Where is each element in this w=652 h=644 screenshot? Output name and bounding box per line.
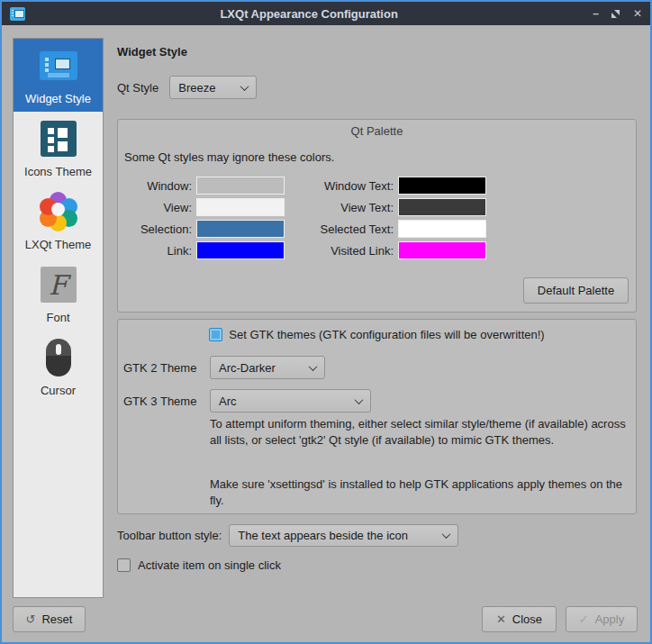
qt-palette-group: Qt Palette Some Qt styles may ignore the… — [117, 119, 637, 313]
chevron-down-icon — [240, 82, 249, 91]
toolbar-style-value: The text appears beside the icon — [238, 529, 408, 542]
reset-button[interactable]: ↺ Reset — [13, 606, 86, 632]
view-color-swatch[interactable] — [196, 198, 285, 216]
selected-text-color-swatch[interactable] — [398, 220, 486, 238]
sidebar-item-label: Widget Style — [25, 92, 91, 105]
check-icon: ✓ — [579, 612, 589, 626]
sidebar-item-widget-style[interactable]: Widget Style — [14, 39, 103, 112]
palette-label: View Text: — [289, 201, 394, 214]
page-title: Widget Style — [117, 45, 187, 59]
qt-style-value: Breeze — [178, 81, 215, 95]
undo-icon: ↺ — [26, 612, 36, 626]
palette-label: Selection: — [123, 222, 192, 236]
sidebar-item-font[interactable]: F Font — [14, 258, 103, 331]
window-color-swatch[interactable] — [196, 177, 285, 195]
button-box: ↺ Reset ✕ Close ✓ Apply — [13, 606, 638, 632]
single-click-label: Activate item on single click — [138, 558, 281, 572]
qt-style-label: Qt Style — [117, 81, 158, 95]
chevron-down-icon — [442, 530, 451, 539]
toolbar-style-select[interactable]: The text appears beside the icon — [229, 524, 458, 547]
palette-label: Visited Link: — [289, 244, 394, 258]
app-icon — [10, 7, 25, 21]
palette-note: Some Qt styles may ignore these colors. — [124, 150, 334, 164]
qt-style-select[interactable]: Breeze — [169, 76, 257, 99]
qt-palette-title: Qt Palette — [118, 124, 636, 138]
single-click-checkbox[interactable] — [117, 558, 131, 572]
visited-link-color-swatch[interactable] — [398, 241, 486, 259]
window-text-color-swatch[interactable] — [398, 177, 486, 195]
view-text-color-swatch[interactable] — [398, 198, 486, 216]
chevron-down-icon — [355, 395, 364, 404]
titlebar: LXQt Appearance Configuration – ✕ — [2, 2, 650, 25]
set-gtk-themes-label: Set GTK themes (GTK configuration files … — [229, 328, 544, 341]
category-sidebar: Widget Style Icons Theme LXQt Th — [13, 38, 104, 598]
cursor-icon — [46, 339, 71, 376]
close-icon[interactable]: ✕ — [633, 8, 642, 19]
sidebar-item-label: Cursor — [41, 384, 76, 397]
close-button[interactable]: ✕ Close — [482, 606, 557, 632]
widget-style-icon — [40, 51, 77, 80]
gtk2-theme-label: GTK 2 Theme — [123, 361, 210, 375]
font-icon: F — [41, 267, 77, 303]
gtk2-theme-select[interactable]: Arc-Darker — [210, 356, 325, 379]
set-gtk-themes-checkbox[interactable] — [209, 328, 222, 341]
link-color-swatch[interactable] — [196, 241, 285, 259]
widget-style-panel: Widget Style Qt Style Breeze Qt Palette … — [117, 36, 637, 598]
palette-label: Link: — [123, 244, 192, 258]
lxqt-appearance-window: LXQt Appearance Configuration – ✕ Widget… — [0, 0, 652, 644]
palette-label: View: — [123, 201, 192, 214]
sidebar-item-cursor[interactable]: Cursor — [14, 331, 103, 404]
close-x-icon: ✕ — [496, 612, 506, 626]
gtk2-theme-value: Arc-Darker — [219, 361, 276, 375]
icons-theme-icon — [41, 121, 77, 157]
selection-color-swatch[interactable] — [196, 220, 285, 238]
sidebar-item-label: Icons Theme — [24, 165, 92, 178]
window-title: LXQt Appearance Configuration — [25, 7, 593, 21]
palette-label: Selected Text: — [289, 222, 394, 236]
toolbar-style-label: Toolbar button style: — [117, 529, 222, 542]
palette-label: Window: — [123, 179, 192, 193]
sidebar-item-label: Font — [46, 311, 69, 324]
lxqt-theme-icon — [39, 192, 78, 231]
sidebar-item-icons-theme[interactable]: Icons Theme — [14, 112, 103, 185]
sidebar-item-lxqt-theme[interactable]: LXQt Theme — [14, 185, 103, 258]
default-palette-button[interactable]: Default Palette — [523, 277, 629, 304]
sidebar-item-label: LXQt Theme — [25, 238, 91, 251]
palette-label: Window Text: — [289, 179, 394, 193]
gtk-hint-uniform: To attempt uniform theming, either selec… — [210, 416, 626, 449]
chevron-down-icon — [309, 362, 318, 371]
restore-icon[interactable] — [611, 9, 620, 19]
gtk3-theme-value: Arc — [219, 395, 237, 408]
minimize-icon[interactable]: – — [593, 8, 598, 19]
gtk3-theme-select[interactable]: Arc — [210, 389, 371, 413]
palette-grid: Window: Window Text: View: View Text: Se… — [123, 177, 486, 259]
apply-button[interactable]: ✓ Apply — [566, 606, 638, 632]
gtk-hint-xsettingsd: Make sure 'xsettingsd' is installed to h… — [210, 476, 626, 509]
gtk-themes-group: Set GTK themes (GTK configuration files … — [117, 319, 637, 514]
gtk3-theme-label: GTK 3 Theme — [123, 395, 210, 408]
